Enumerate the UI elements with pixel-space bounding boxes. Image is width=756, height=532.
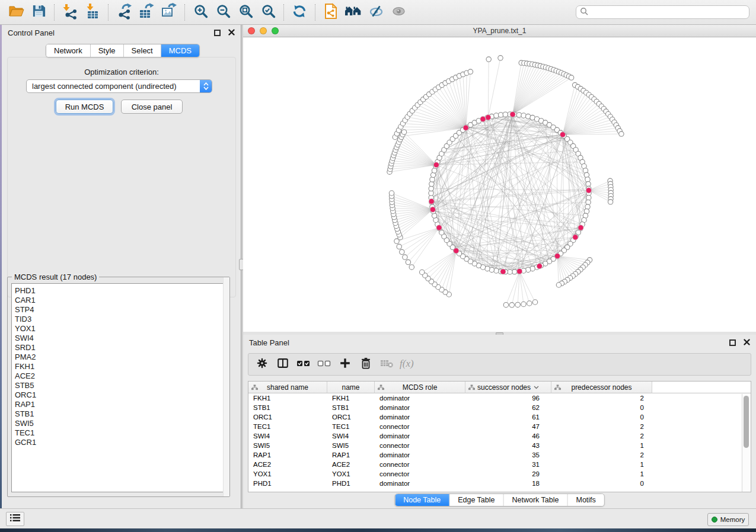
- run-mcds-button[interactable]: Run MCDS: [56, 100, 113, 114]
- tab-motifs[interactable]: Motifs: [567, 494, 604, 506]
- mcds-result-item[interactable]: PMA2: [12, 352, 225, 362]
- table-row[interactable]: ORC1ORC1dominator610: [248, 412, 751, 422]
- zoom-selected-button[interactable]: [257, 2, 279, 23]
- table-panel-titlebar: Table Panel: [243, 335, 756, 350]
- close-panel-icon[interactable]: [744, 338, 750, 347]
- network-graph[interactable]: [243, 37, 756, 332]
- graph-edge: [392, 193, 433, 210]
- zoom-fit-button[interactable]: [234, 2, 257, 23]
- memory-label: Memory: [720, 516, 745, 523]
- mcds-result-item[interactable]: CAR1: [12, 296, 225, 305]
- tab-network[interactable]: Network: [46, 44, 91, 57]
- table-row[interactable]: PHD1PHD1dominator180: [248, 479, 751, 488]
- create-column-button[interactable]: [337, 357, 353, 372]
- delete-table-button[interactable]: [379, 357, 394, 372]
- tab-mcds[interactable]: MCDS: [161, 44, 199, 57]
- mcds-result-item[interactable]: STP4: [12, 305, 225, 315]
- delete-column-button[interactable]: [358, 357, 374, 372]
- search-field[interactable]: [576, 5, 749, 19]
- graph-node-mcds: [463, 125, 468, 130]
- zoom-in-button[interactable]: [189, 2, 212, 23]
- tab-node-table[interactable]: Node Table: [395, 494, 449, 506]
- close-panel-icon[interactable]: [228, 28, 235, 37]
- split-view-button[interactable]: [275, 357, 291, 372]
- table-scrollbar[interactable]: [742, 394, 750, 492]
- column-header-MCDS-role[interactable]: MCDS role: [375, 382, 465, 393]
- table-row[interactable]: YOX1YOX1connector291: [248, 469, 751, 479]
- column-header-successor-nodes[interactable]: successor nodes: [465, 382, 551, 393]
- trash-icon: [359, 357, 372, 372]
- hide-details-button[interactable]: [365, 2, 387, 23]
- close-panel-button[interactable]: Close panel: [121, 100, 183, 114]
- tab-network-table[interactable]: Network Table: [504, 494, 568, 506]
- column-header-name[interactable]: name: [327, 382, 375, 393]
- graph-node-mcds: [433, 162, 439, 168]
- zoom-out-button[interactable]: [212, 2, 234, 23]
- new-network-from-selection-button[interactable]: [320, 2, 342, 23]
- show-panels-button[interactable]: [342, 2, 365, 23]
- mcds-result-item[interactable]: SWI4: [12, 334, 225, 343]
- mcds-result-item[interactable]: ORC1: [12, 390, 225, 400]
- mcds-result-item[interactable]: STB1: [12, 409, 225, 419]
- mcds-result-item[interactable]: RAP1: [12, 400, 225, 409]
- table-toolbar: f(x): [248, 353, 751, 376]
- deselect-all-columns-button[interactable]: [317, 357, 332, 372]
- save-session-button[interactable]: [27, 2, 50, 23]
- show-details-button[interactable]: [387, 2, 410, 23]
- table-row[interactable]: FKH1FKH1dominator962: [248, 393, 751, 403]
- table-settings-button[interactable]: [254, 357, 270, 372]
- export-table-button[interactable]: [135, 2, 158, 23]
- import-table-button[interactable]: [81, 2, 104, 23]
- table-row[interactable]: ACE2ACE2connector311: [248, 460, 751, 469]
- graph-edge: [513, 75, 567, 114]
- graph-node-mcds: [578, 225, 583, 230]
- export-image-button[interactable]: [158, 2, 180, 23]
- table-row[interactable]: RAP1RAP1dominator352: [248, 450, 751, 460]
- table-scrollbar-thumb[interactable]: [744, 396, 749, 448]
- mcds-result-item[interactable]: TID3: [12, 315, 225, 324]
- table-row[interactable]: STB1STB1dominator620: [248, 403, 751, 412]
- graph-node: [512, 270, 517, 274]
- graph-edge: [589, 184, 611, 190]
- column-header-predecessor-nodes[interactable]: predecessor nodes: [551, 382, 652, 393]
- table-row[interactable]: SWI5SWI5connector431: [248, 441, 751, 450]
- result-list-scrollbar[interactable]: [223, 277, 229, 496]
- mcds-result-item[interactable]: YOX1: [12, 324, 225, 334]
- mcds-result-item[interactable]: TEC1: [12, 428, 225, 438]
- table-row[interactable]: SWI4SWI4dominator462: [248, 431, 751, 441]
- mcds-result-item[interactable]: FKH1: [12, 362, 225, 371]
- mcds-result-item[interactable]: ACE2: [12, 371, 225, 381]
- mcds-result-item[interactable]: SRD1: [12, 343, 225, 352]
- graph-node: [516, 113, 521, 117]
- mcds-result-list[interactable]: PHD1CAR1STP4TID3YOX1SWI4SRD1PMA2FKH1ACE2…: [11, 283, 226, 492]
- select-all-columns-button[interactable]: [296, 357, 311, 372]
- mcds-result-item[interactable]: STB5: [12, 381, 225, 390]
- plus-icon: [339, 357, 352, 372]
- mcds-result-item[interactable]: PHD1: [12, 286, 225, 296]
- eye-icon: [391, 4, 407, 21]
- refresh-button[interactable]: [288, 2, 311, 23]
- mcds-result-item[interactable]: SWI5: [12, 419, 225, 428]
- function-builder-button[interactable]: f(x): [400, 357, 415, 372]
- memory-button[interactable]: Memory: [707, 513, 749, 526]
- float-panel-icon[interactable]: [729, 339, 736, 346]
- tab-style[interactable]: Style: [91, 44, 124, 57]
- graph-node-mcds: [586, 188, 591, 193]
- float-panel-icon[interactable]: [214, 30, 221, 36]
- table-panel-tabs: Node Table Edge Table Network Table Moti…: [394, 493, 605, 507]
- tab-select[interactable]: Select: [124, 44, 161, 57]
- mcds-result-item[interactable]: GCR1: [12, 438, 225, 447]
- criterion-dropdown[interactable]: largest connected component (undirected): [26, 79, 212, 93]
- table-row[interactable]: TEC1TEC1connector472: [248, 422, 751, 431]
- tab-edge-table[interactable]: Edge Table: [449, 494, 503, 506]
- export-network-button[interactable]: [113, 2, 135, 23]
- graph-node: [532, 300, 537, 305]
- network-canvas[interactable]: [243, 37, 756, 332]
- graph-edge: [513, 68, 546, 114]
- search-input[interactable]: [591, 8, 745, 17]
- column-header-shared-name[interactable]: shared name: [248, 382, 327, 393]
- import-network-button[interactable]: [59, 2, 81, 23]
- open-session-button[interactable]: [5, 2, 27, 23]
- control-panel-titlebar: Control Panel: [2, 25, 241, 40]
- task-history-button[interactable]: [6, 512, 24, 526]
